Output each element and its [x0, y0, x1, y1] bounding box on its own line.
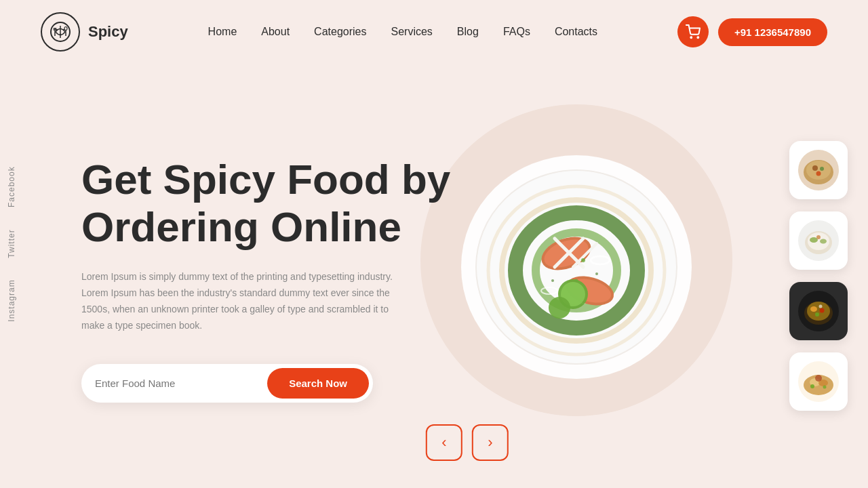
instagram-link[interactable]: Instagram — [0, 268, 23, 332]
search-input[interactable] — [95, 371, 267, 396]
nav-item-faqs[interactable]: FAQs — [503, 26, 530, 38]
svg-point-2 — [56, 29, 58, 30]
facebook-link[interactable]: Facebook — [0, 155, 23, 218]
svg-point-11 — [697, 37, 698, 38]
nav-item-blog[interactable]: Blog — [457, 26, 479, 38]
social-sidebar: Facebook Twitter Instagram — [0, 155, 23, 332]
hero-content: Get Spicy Food by Ordering Online Lorem … — [81, 156, 787, 402]
twitter-link[interactable]: Twitter — [0, 218, 23, 268]
logo-icon — [41, 12, 80, 52]
svg-point-57 — [815, 375, 822, 382]
logo-area: Spicy — [41, 12, 128, 52]
svg-point-38 — [820, 167, 824, 171]
svg-point-50 — [820, 308, 825, 313]
nav-item-about[interactable]: About — [261, 26, 290, 38]
svg-point-52 — [819, 305, 823, 308]
svg-point-43 — [810, 237, 818, 243]
food-thumb-2[interactable] — [789, 211, 848, 270]
svg-point-36 — [806, 161, 831, 180]
svg-point-39 — [816, 171, 821, 176]
svg-point-49 — [810, 306, 817, 312]
svg-point-59 — [823, 386, 827, 389]
svg-point-48 — [807, 302, 830, 321]
svg-point-9 — [64, 27, 67, 30]
svg-point-51 — [815, 312, 819, 317]
search-bar: Search Now — [81, 364, 373, 403]
hero-section: Get Spicy Food by Ordering Online Lorem … — [0, 64, 868, 488]
nav-links: Home About Categories Services Blog FAQs… — [208, 26, 597, 38]
hero-title: Get Spicy Food by Ordering Online — [81, 156, 787, 250]
nav-item-home[interactable]: Home — [208, 26, 237, 38]
prev-arrow-button[interactable]: ‹ — [426, 424, 462, 461]
nav-item-contacts[interactable]: Contacts — [555, 26, 597, 38]
food-thumb-1[interactable] — [789, 141, 848, 199]
food-thumb-4[interactable] — [789, 352, 848, 411]
cart-button[interactable] — [677, 16, 709, 47]
svg-point-37 — [812, 165, 818, 171]
svg-point-58 — [810, 384, 814, 388]
navbar: Spicy Home About Categories Services Blo… — [0, 0, 868, 64]
svg-point-4 — [60, 34, 61, 35]
svg-point-45 — [816, 235, 821, 239]
search-button[interactable]: Search Now — [267, 368, 369, 399]
logo-text: Spicy — [88, 23, 128, 41]
svg-point-10 — [690, 37, 692, 38]
nav-right: +91 1236547890 — [677, 16, 827, 47]
nav-arrows: ‹ › — [426, 424, 509, 461]
svg-point-44 — [820, 239, 827, 244]
food-thumbnails — [789, 141, 848, 411]
food-thumb-3[interactable] — [789, 282, 848, 340]
next-arrow-button[interactable]: › — [472, 424, 509, 461]
nav-item-categories[interactable]: Categories — [314, 26, 366, 38]
hero-description: Lorem Ipsum is simply dummy text of the … — [81, 269, 407, 333]
phone-button[interactable]: +91 1236547890 — [718, 18, 827, 46]
nav-item-services[interactable]: Services — [391, 26, 432, 38]
